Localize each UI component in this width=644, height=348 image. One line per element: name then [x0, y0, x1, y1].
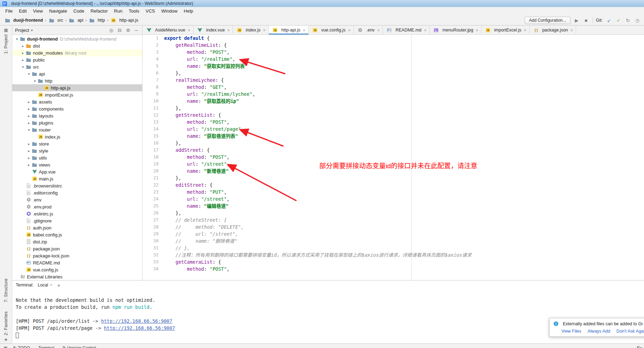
menu-item-help[interactable]: Help: [181, 7, 196, 15]
chevron-right-icon[interactable]: ▸: [26, 114, 31, 118]
code-line[interactable]: 28 // method: "DELETE",: [142, 223, 644, 230]
code-line[interactable]: 10 name: "获取荔枝的ip": [142, 98, 644, 105]
code-line[interactable]: 23 method: "PUT",: [142, 189, 644, 196]
status-right-label[interactable]: Ev: [637, 346, 642, 348]
chevron-down-icon[interactable]: ▾: [14, 37, 20, 41]
tree-item[interactable]: .env: [12, 196, 142, 203]
code-line[interactable]: 9 url: "/realTime/lychee",: [142, 91, 644, 98]
tree-item[interactable]: ▸layouts: [12, 112, 142, 119]
tool-window-switcher-icon[interactable]: ▦: [4, 346, 10, 348]
tool-stripe-favorites[interactable]: 2: Favorites ★: [4, 311, 8, 342]
code-line[interactable]: 6 },: [142, 70, 644, 77]
code-line[interactable]: 13 method: "POST",: [142, 119, 644, 126]
code-line[interactable]: 15 name: "获取巷道列表": [142, 133, 644, 140]
code-line[interactable]: 1export default {: [142, 35, 644, 42]
notification-action[interactable]: Always Add: [588, 329, 610, 334]
tab-close-icon[interactable]: ×: [476, 28, 478, 33]
code-line[interactable]: 7 realTimeLychee: {: [142, 77, 644, 84]
chevron-right-icon[interactable]: ▸: [26, 121, 31, 125]
code-line[interactable]: 16 },: [142, 140, 644, 147]
chevron-right-icon[interactable]: ▸: [26, 149, 31, 153]
code-line[interactable]: 17 addStreet: {: [142, 147, 644, 154]
status-item[interactable]: 9: Version Control: [63, 346, 96, 348]
tab-close-icon[interactable]: ×: [348, 28, 351, 33]
editor-tab[interactable]: JShttp-api.js×: [269, 26, 309, 35]
chevron-down-icon[interactable]: ▾: [20, 65, 26, 69]
terminal-link[interactable]: http://192.168.66.56:9007: [104, 325, 175, 331]
code-line[interactable]: 25 name: "编辑巷道": [142, 203, 644, 209]
code-line[interactable]: 24 url: "/street",: [142, 196, 644, 203]
run-icon[interactable]: ▶: [574, 18, 580, 23]
tree-item[interactable]: JSbabel.config.js: [12, 231, 142, 238]
tree-item[interactable]: JSmain.js: [12, 175, 142, 182]
editor-tab[interactable]: JSvue.config.js×: [309, 26, 354, 35]
code-line[interactable]: 21 },: [142, 175, 644, 182]
tree-item[interactable]: ▸plugins: [12, 119, 142, 126]
chevron-right-icon[interactable]: ▸: [26, 163, 31, 167]
status-item[interactable]: 6: TODO: [13, 346, 30, 348]
tab-close-icon[interactable]: ×: [188, 28, 190, 33]
code-line[interactable]: 33 getCameraList: {: [142, 258, 644, 265]
code-line[interactable]: 3 method: "POST",: [142, 49, 644, 56]
chevron-down-icon[interactable]: ▾: [26, 128, 31, 132]
chevron-down-icon[interactable]: ▾: [32, 79, 37, 83]
tree-item[interactable]: JShttp-api.js: [12, 84, 142, 91]
terminal-cursor[interactable]: [16, 333, 19, 338]
code-line[interactable]: 5 name: "获取实时监控列表": [142, 63, 644, 70]
tree-item[interactable]: ▸store: [12, 140, 142, 147]
tab-close-icon[interactable]: ×: [570, 28, 573, 33]
project-panel-title[interactable]: Project: [15, 28, 29, 33]
clock-icon[interactable]: ◷: [634, 18, 640, 23]
tree-item[interactable]: .browserslistrc: [12, 182, 142, 189]
menu-item-window[interactable]: Window: [158, 7, 181, 15]
editor-tab[interactable]: .env×: [354, 26, 383, 35]
tree-item[interactable]: .editorconfig: [12, 189, 142, 196]
tree-item[interactable]: ▾api: [12, 70, 142, 77]
menu-item-vcs[interactable]: VCS: [142, 7, 158, 15]
tree-item[interactable]: ▸views: [12, 161, 142, 168]
terminal-link[interactable]: http://192.168.66.56:9007: [101, 318, 172, 324]
add-configuration-button[interactable]: Add Configuration...: [525, 17, 570, 24]
editor-tab[interactable]: {}package.json×: [530, 26, 576, 35]
tree-item[interactable]: {}auth.json: [12, 224, 142, 231]
chevron-right-icon[interactable]: ▸: [20, 51, 26, 55]
git-commit-icon[interactable]: ✓: [615, 18, 622, 23]
code-line[interactable]: 29 // url: "/street",: [142, 230, 644, 237]
chevron-right-icon[interactable]: ▸: [20, 44, 26, 48]
code-line[interactable]: 11 },: [142, 105, 644, 112]
tab-close-icon[interactable]: ×: [524, 28, 527, 33]
tree-item[interactable]: ▸components: [12, 105, 142, 112]
code-line[interactable]: 14 url: "/street/page",: [142, 126, 644, 133]
chevron-right-icon[interactable]: ▸: [26, 142, 31, 146]
menu-item-code[interactable]: Code: [70, 7, 88, 15]
breadcrumb-item[interactable]: duoji-frontend: [4, 18, 44, 23]
tab-close-icon[interactable]: ×: [424, 28, 427, 33]
tree-item[interactable]: ▾duoji-frontendD:\zheheWeb\duoji-fronten…: [12, 35, 142, 42]
chevron-down-icon[interactable]: ▾: [31, 28, 33, 32]
code-line[interactable]: 18 method: "POST",: [142, 154, 644, 161]
code-line[interactable]: 32 //注释：所有用到删除的接口都需要拼接变量id，所以请求方式采用了挂载在原…: [142, 251, 644, 258]
tree-item[interactable]: JSvue.config.js: [12, 266, 142, 273]
tree-item[interactable]: .eslintrc.js: [12, 210, 142, 217]
tree-item[interactable]: ▾src: [12, 63, 142, 70]
tool-stripe-structure[interactable]: 7: Structure: [4, 278, 8, 302]
editor-tab[interactable]: JSimportExcel.js×: [482, 26, 530, 35]
menu-item-file[interactable]: File: [2, 7, 16, 15]
code-line[interactable]: 31 // },: [142, 244, 644, 251]
tree-item[interactable]: JSimportExcel.js: [12, 91, 142, 98]
breadcrumb-item[interactable]: api: [68, 18, 84, 23]
code-line[interactable]: 4 url: "/realTime",: [142, 56, 644, 63]
breadcrumb-item[interactable]: JShttp-api.js: [110, 18, 139, 23]
code-editor[interactable]: 1export default {2 getRealTimeList: {3 m…: [142, 35, 644, 280]
status-item[interactable]: Terminal: [38, 346, 54, 348]
chevron-down-icon[interactable]: ▾: [26, 72, 31, 76]
editor-tab[interactable]: menuRouter.jpg×: [430, 26, 482, 35]
code-line[interactable]: 34 method: "POST",: [142, 265, 644, 272]
code-line[interactable]: 2 getRealTimeList: {: [142, 42, 644, 49]
tab-close-icon[interactable]: ×: [227, 28, 230, 33]
tree-item[interactable]: JSindex.js: [12, 133, 142, 140]
tab-close-icon[interactable]: ×: [377, 28, 380, 33]
hide-panel-icon[interactable]: ─: [133, 28, 139, 33]
git-history-icon[interactable]: ↻: [625, 18, 631, 23]
menu-item-run[interactable]: Run: [111, 7, 126, 15]
